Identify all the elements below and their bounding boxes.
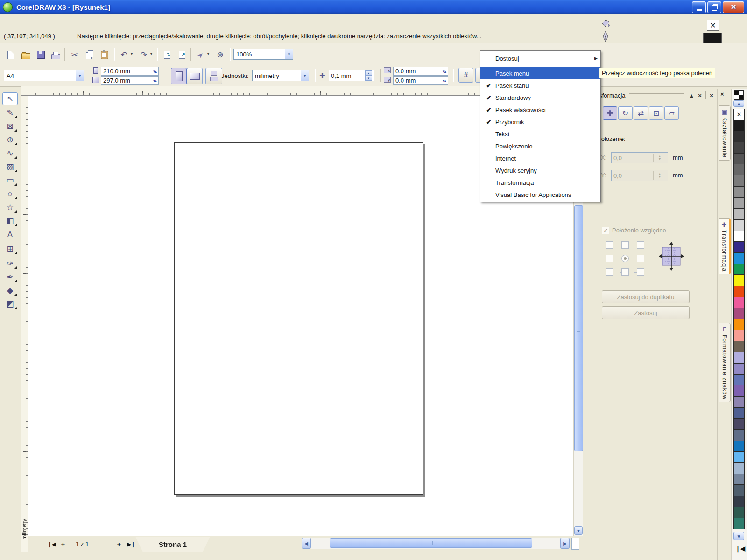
application-launcher-button[interactable]: ➤ <box>194 49 207 61</box>
page-tab-strona-1[interactable]: Strona 1 <box>135 537 210 552</box>
restore-button[interactable] <box>707 1 721 13</box>
anchor-bottom-left[interactable] <box>606 268 613 276</box>
color-swatch[interactable] <box>733 385 745 397</box>
undo-dropdown[interactable]: ▾ <box>131 52 133 56</box>
color-swatch[interactable] <box>733 197 745 209</box>
print-button[interactable] <box>49 49 62 61</box>
color-swatch[interactable] <box>733 131 745 142</box>
color-swatch[interactable] <box>733 451 745 463</box>
add-page-after-button[interactable]: + <box>115 539 123 549</box>
import-button[interactable]: ↴ <box>161 49 173 61</box>
menu-item-wydruk-seryjny[interactable]: Wydruk seryjny <box>480 164 600 176</box>
menu-item-pasek-wlasciwosci[interactable]: ✔ Pasek właściwości <box>480 104 600 116</box>
palette-scroll-up-button[interactable]: ▲ <box>733 100 744 107</box>
color-swatch[interactable] <box>733 507 745 518</box>
anchor-top-center[interactable] <box>621 241 629 249</box>
zoom-level-combo[interactable]: 100% ▾ <box>233 49 293 60</box>
y-position-field[interactable]: 0,0▲▼ <box>611 170 668 181</box>
interactive-blend-tool[interactable]: ⊞ <box>2 243 18 255</box>
color-swatch[interactable] <box>733 418 745 430</box>
apply-to-duplicate-button[interactable]: Zastosuj do duplikatu <box>602 290 690 303</box>
color-swatch[interactable] <box>733 341 745 352</box>
launcher-dropdown[interactable]: ▾ <box>207 52 209 56</box>
docker-grip[interactable] <box>629 93 684 97</box>
zoom-combo-dropdown-icon[interactable]: ▾ <box>285 49 293 60</box>
outline-tool[interactable]: ✒ <box>2 271 18 283</box>
menu-item-vba[interactable]: Visual Basic for Applications <box>480 189 600 201</box>
color-swatch[interactable] <box>733 186 745 198</box>
minimize-button[interactable] <box>692 1 706 13</box>
eyedropper-tool[interactable]: ✑ <box>2 257 18 270</box>
menu-item-dostosuj[interactable]: Dostosuj ▶ <box>480 52 600 65</box>
color-swatch[interactable] <box>733 429 745 441</box>
docker-tab-transformacja[interactable]: ✚ Transformacja <box>719 218 731 274</box>
pick-tool[interactable]: ↖ <box>2 92 18 105</box>
spin-arrows-icon[interactable]: ▾▴ <box>153 69 156 74</box>
units-dropdown-icon[interactable]: ▾ <box>301 70 309 81</box>
anchor-top-right[interactable] <box>637 241 644 249</box>
palette-expand-icon[interactable]: ❘◀ <box>735 545 745 552</box>
scroll-down-button[interactable]: ▼ <box>574 526 583 535</box>
paste-button[interactable] <box>98 49 111 61</box>
portrait-orientation-button[interactable] <box>171 68 187 84</box>
spin-arrows-icon[interactable]: ▾▴ <box>153 78 156 83</box>
paper-width-field[interactable]: 210.0 mm▾▴ <box>101 67 159 76</box>
title-bar[interactable]: CorelDRAW X3 - [Rysunek1] ✕ <box>0 0 747 14</box>
snap-to-grid-button[interactable]: # <box>458 68 473 83</box>
no-color-swatch[interactable]: ✕ <box>733 109 745 120</box>
color-swatch[interactable] <box>733 142 745 154</box>
paper-preset-dropdown-icon[interactable]: ▾ <box>76 70 84 81</box>
color-swatch[interactable] <box>733 231 745 242</box>
nudge-spinner[interactable]: ▲▼ <box>365 70 372 81</box>
smart-fill-tool[interactable]: ▨ <box>2 161 18 173</box>
color-swatch[interactable] <box>733 264 745 275</box>
zoom-tool[interactable]: ⊕ <box>2 133 18 146</box>
duplicate-y-field[interactable]: 0.0 mm▾▴ <box>393 76 448 85</box>
save-button[interactable] <box>35 49 47 61</box>
undo-button[interactable]: ↶ <box>118 49 130 61</box>
open-button[interactable] <box>20 49 32 61</box>
spin-arrows-icon[interactable]: ▾▴ <box>443 69 446 74</box>
transform-position-button[interactable]: ✚ <box>603 106 617 120</box>
menu-item-przybornik[interactable]: ✔ Przybornik <box>480 116 600 128</box>
horizontal-scroll-thumb[interactable] <box>330 538 532 548</box>
palette-options-icon[interactable] <box>734 90 744 100</box>
color-swatch[interactable] <box>733 164 745 175</box>
export-button[interactable]: ↗ <box>176 49 188 61</box>
redo-button[interactable]: ↷ <box>137 49 150 61</box>
y-spinner[interactable]: ▲▼ <box>653 171 666 180</box>
anchor-middle-right[interactable] <box>637 255 644 262</box>
vertical-ruler[interactable] <box>21 96 28 552</box>
color-swatch[interactable] <box>733 474 745 485</box>
color-swatch[interactable] <box>733 219 745 231</box>
horizontal-scrollbar[interactable] <box>311 538 560 549</box>
menu-item-pasek-menu[interactable]: Pasek menu <box>480 67 600 79</box>
ellipse-tool[interactable]: ○ <box>2 188 18 200</box>
docker-close-icon[interactable]: × <box>696 91 704 99</box>
menu-item-powiekszenie[interactable]: Powiększenie <box>480 140 600 152</box>
docker-area-close-icon[interactable]: × <box>707 91 716 99</box>
corel-online-button[interactable]: ⊛ <box>214 49 226 61</box>
fill-tool[interactable]: ◆ <box>2 284 18 297</box>
palette-scroll-down-button[interactable]: ▼ <box>733 532 744 540</box>
docker-tab-ksztaltowanie[interactable]: ▣ Kształtowanie <box>719 105 731 161</box>
interactive-fill-tool[interactable]: ◩ <box>2 298 18 310</box>
color-swatch[interactable] <box>733 484 745 496</box>
transform-size-button[interactable]: ⊡ <box>649 106 663 120</box>
duplicate-x-field[interactable]: 0.0 mm▾▴ <box>393 67 448 76</box>
vertical-scroll-thumb[interactable] <box>574 205 583 451</box>
color-swatch[interactable] <box>733 363 745 375</box>
docker-tabs-close-icon[interactable]: × <box>720 91 724 98</box>
color-swatch[interactable] <box>733 252 745 264</box>
paper-preset-combo[interactable]: A4 ▾ <box>4 70 84 81</box>
color-swatch[interactable] <box>733 208 745 220</box>
paper-height-field[interactable]: 297.0 mm▾▴ <box>101 76 159 85</box>
copy-button[interactable] <box>83 49 96 61</box>
menu-item-standardowy[interactable]: ✔ Standardowy <box>480 91 600 104</box>
transform-skew-button[interactable]: ▱ <box>664 106 679 120</box>
color-swatch[interactable] <box>733 153 745 165</box>
close-button[interactable]: ✕ <box>723 1 744 13</box>
rectangle-tool[interactable]: ▭ <box>2 174 18 187</box>
x-position-field[interactable]: 0,0▲▼ <box>611 152 668 163</box>
color-swatch[interactable] <box>733 286 745 297</box>
